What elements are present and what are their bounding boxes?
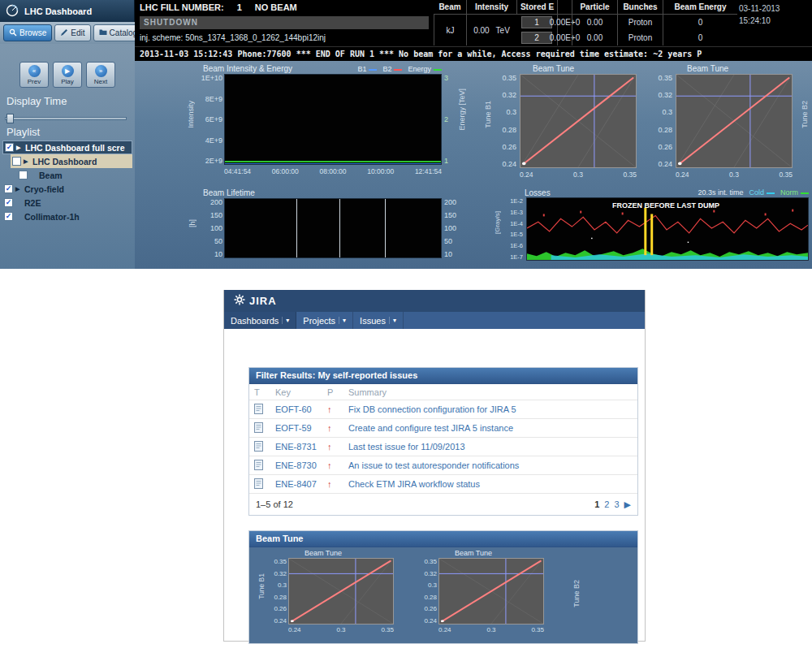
chevron-down-icon[interactable]: ▾ [339, 317, 346, 324]
beam-tune-b2-chart: Beam Tune 0.350.320.30.280.260.24 0.240.… [648, 64, 812, 188]
tick-label: 1E+10 [201, 74, 222, 82]
tick-label: 0.35 [424, 558, 437, 565]
slider-handle[interactable] [6, 114, 14, 123]
tick-label: 0.32 [274, 570, 287, 577]
next-page-icon[interactable]: ▶ [624, 499, 631, 510]
folder-icon [99, 28, 107, 37]
page-3[interactable]: 3 [614, 499, 619, 510]
filter-footer: 1–5 of 12 1 2 3 ▶ [249, 494, 637, 515]
integration-time: 20.3s int. time [698, 188, 743, 197]
issue-row[interactable]: ENE-8731 ↑ Last test issue for 11/09/201… [249, 438, 637, 456]
checkbox[interactable] [12, 157, 21, 166]
checkbox[interactable]: ✓ [5, 143, 14, 152]
issue-summary-link[interactable]: An issue to test autoresponder notificat… [348, 460, 633, 470]
priority-up-icon: ↑ [327, 442, 348, 452]
play-icon: ▶ [62, 65, 74, 77]
issue-key-link[interactable]: ENE-8731 [275, 442, 327, 452]
tick-label: 1E-5 [510, 231, 523, 238]
issue-summary-link[interactable]: Check ETM JIRA workflow status [348, 479, 633, 489]
intensity-trace [225, 163, 441, 164]
checkbox[interactable]: ✓ [4, 212, 13, 221]
tick-label: 100 [210, 224, 222, 232]
playlist-item-label: LHC Dashboard [32, 157, 97, 166]
tick-label: 6E+9 [205, 115, 222, 123]
playlist-item-lhc-dashboard[interactable]: ▶ LHC Dashboard [11, 154, 132, 168]
issue-row[interactable]: EOFT-59 ↑ Create and configure test JIRA… [249, 419, 637, 438]
tick-label: 8E+9 [205, 95, 222, 103]
nav-projects[interactable]: Projects ▾ [296, 312, 353, 329]
playlist-item-r2e[interactable]: ✓ R2E [2, 196, 132, 210]
issue-summary-link[interactable]: Last test issue for 11/09/2013 [348, 442, 633, 452]
chart-title: Beam Intensity & Energy [203, 64, 292, 73]
page-1[interactable]: 1 [594, 499, 599, 510]
tune-b2-axis-label: Tune B2 [801, 101, 809, 128]
issue-summary-link[interactable]: Fix DB connection configuration for JIRA… [348, 404, 633, 414]
expand-arrow-icon[interactable]: ▶ [16, 145, 23, 151]
tick-label: 1 [444, 157, 448, 165]
playlist-item-label: R2E [24, 198, 41, 208]
chart-legend: B1 B2 Energy [357, 65, 442, 73]
time-axis-ticks: 04:41:5406:00:0008:00:0010:00:0012:41:54 [224, 167, 442, 175]
tick-label: 0.35 [502, 74, 516, 82]
tune-b1-axis-label: Tune B1 [257, 573, 266, 599]
issue-summary-link[interactable]: Create and configure test JIRA 5 instanc… [348, 423, 633, 433]
nav-issues[interactable]: Issues ▾ [353, 312, 404, 329]
tick-label: 1E-6 [510, 242, 523, 249]
playlist-item-cryo-field[interactable]: ✓ ▶ Cryo-field [2, 182, 132, 196]
beam1-number: 1 [521, 16, 552, 28]
next-button[interactable]: » Next [86, 62, 115, 88]
checkbox[interactable] [19, 171, 28, 179]
play-button[interactable]: ▶ Play [53, 62, 82, 88]
expand-arrow-icon[interactable]: ▶ [15, 186, 22, 192]
tick-label: 0.3 [428, 581, 437, 589]
issue-key-link[interactable]: EOFT-60 [275, 404, 327, 414]
lhc-sidebar: « Prev ▶ Play » Next Display Time Playli… [0, 44, 135, 269]
playlist-item-collimator-1h[interactable]: ✓ Collimator-1h [2, 210, 132, 223]
tick-label: 0.3 [506, 108, 516, 116]
tick-label: 08:00:00 [319, 167, 346, 175]
lhc-titlebar: LHC Dashboard [0, 0, 135, 22]
display-time-slider[interactable] [5, 114, 127, 123]
expand-arrow-icon[interactable]: ▶ [24, 158, 30, 165]
playlist-item-label: Beam [39, 171, 63, 180]
issue-row[interactable]: ENE-8407 ↑ Check ETM JIRA workflow statu… [249, 475, 637, 494]
issue-key-link[interactable]: ENE-8730 [275, 460, 327, 470]
chevron-down-icon[interactable]: ▾ [282, 317, 289, 324]
browse-button[interactable]: Browse [3, 24, 52, 41]
checkbox[interactable]: ✓ [4, 184, 13, 193]
issue-key-link[interactable]: EOFT-59 [275, 423, 327, 433]
issue-row[interactable]: ENE-8730 ↑ An issue to test autoresponde… [249, 456, 637, 475]
beam2-stored-e: 0.00 [572, 30, 617, 45]
edit-label: Edit [71, 28, 84, 37]
beam2-intensity: 0.00E+0 [557, 30, 572, 45]
gadget-title: Beam Tune [249, 531, 637, 547]
norm-color-swatch [801, 192, 809, 194]
prev-button[interactable]: « Prev [19, 62, 49, 88]
page-2[interactable]: 2 [604, 499, 609, 510]
col-stored-e-unit [557, 0, 572, 15]
mini-tune-b1-chart: Beam Tune Tune B1 0.350.320.30.280.260.2… [257, 549, 404, 642]
issue-type-icon [254, 441, 275, 453]
col-priority: P [327, 387, 348, 397]
issue-row[interactable]: EOFT-60 ↑ Fix DB connection configuratio… [249, 400, 637, 419]
header-clock: 03-11-2013 15:24:10 [739, 2, 809, 27]
slider-track[interactable] [5, 117, 127, 120]
edit-button[interactable]: Edit [54, 24, 90, 41]
result-range: 1–5 of 12 [256, 499, 293, 509]
nav-dashboards[interactable]: Dashboards ▾ [224, 312, 296, 329]
checkbox[interactable]: ✓ [4, 198, 13, 207]
jira-navbar: Dashboards ▾ Projects ▾ Issues ▾ [224, 312, 645, 329]
playlist-item-lhc-dashboard-full-screen[interactable]: ✓ ▶ LHC Dashboard full scre [2, 140, 132, 154]
legend-energy: Energy [408, 65, 442, 73]
lifetime-plot-area [224, 198, 442, 258]
nav-label: Projects [303, 316, 335, 326]
chevron-down-icon[interactable]: ▾ [389, 317, 396, 324]
beam1-particle: Proton [617, 15, 663, 30]
chart-title: Beam Lifetime [203, 188, 255, 197]
issue-key-link[interactable]: ENE-8407 [275, 479, 327, 489]
playlist-item-beam[interactable]: Beam [17, 168, 132, 182]
x-axis-ticks: 0.240.30.35 [520, 171, 637, 179]
priority-up-icon: ↑ [327, 460, 348, 470]
pagination: 1 2 3 ▶ [594, 499, 631, 510]
injection-scheme: inj. scheme: 50ns_1374_1368_0_1262_144bp… [140, 33, 326, 42]
